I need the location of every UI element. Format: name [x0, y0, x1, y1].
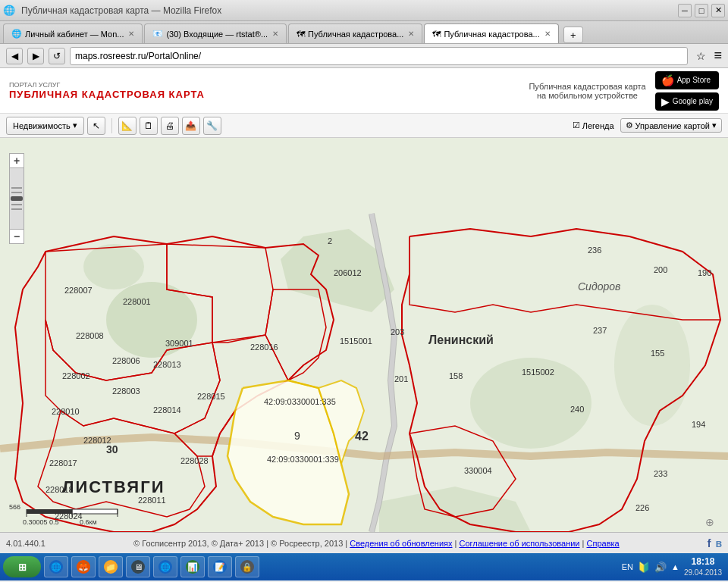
agreement-link[interactable]: Соглашение об использовании	[459, 539, 579, 548]
social-vk-icon[interactable]: в	[715, 537, 722, 549]
back-button[interactable]: ◀	[6, 48, 23, 64]
status-bar-right: f в	[708, 537, 722, 549]
app-store-button[interactable]: 🍎 App Store	[655, 71, 719, 89]
taskbar-item-8[interactable]: 🔒	[235, 556, 259, 577]
reload-button[interactable]: ↺	[49, 48, 65, 64]
manage-arrow-icon: ▾	[712, 120, 717, 130]
zoom-in-button[interactable]: +	[9, 153, 24, 168]
taskbar-icon-2: 🦊	[77, 560, 90, 574]
status-bar-center: © Госписентр 2013, © Дата+ 2013 | © Роср…	[52, 539, 701, 548]
app-store-label: App Store	[677, 76, 711, 84]
address-bar-row: ◀ ▶ ↺ ☆ ≡	[0, 44, 728, 68]
tab-3[interactable]: 🗺 Публичная кадастрова... ✕	[288, 23, 422, 43]
tray-volume-icon[interactable]: 🔊	[654, 562, 667, 573]
zoom-tick	[11, 208, 22, 210]
portal-top-label: ПОРТАЛ УСЛУГ	[9, 81, 205, 89]
tab-2-icon: 📧	[152, 29, 163, 39]
map-area[interactable]: ⊕ + − 228007 228001 309001 228016 228008…	[0, 138, 728, 532]
tool-btn-4[interactable]: 🖨	[161, 117, 179, 135]
portal-right: Публичная кадастровая карта на мобильном…	[529, 71, 719, 111]
help-link[interactable]: Справка	[587, 539, 620, 548]
updates-link[interactable]: Сведения об обновлениях	[350, 539, 452, 548]
taskbar-item-3[interactable]: 📁	[99, 556, 123, 577]
dropdown-arrow-icon: ▾	[73, 120, 77, 130]
clock-time: 18:18	[684, 556, 722, 568]
start-icon: ⊞	[18, 562, 27, 573]
manage-icon: ⚙	[626, 120, 633, 130]
browser-icon: 🌐	[3, 5, 15, 16]
google-play-button[interactable]: ▶ Google play	[655, 92, 719, 111]
start-button[interactable]: ⊞	[3, 556, 41, 577]
taskbar-icon-1: 🌐	[49, 560, 63, 574]
taskbar-item-2[interactable]: 🦊	[71, 556, 96, 577]
tab-2[interactable]: 📧 (30) Входящие — rtstat®... ✕	[144, 23, 287, 43]
taskbar: ⊞ 🌐 🦊 📁 🖥 🌐 📊 📝 🔒	[0, 553, 728, 580]
forward-button[interactable]: ▶	[27, 48, 44, 64]
tab-1-close[interactable]: ✕	[128, 30, 134, 38]
social-fb-icon[interactable]: f	[708, 537, 711, 549]
zoom-indicator	[11, 196, 23, 201]
manage-label: Управление картой	[635, 121, 710, 130]
bookmark-icon[interactable]: ☆	[692, 48, 709, 64]
taskbar-item-7[interactable]: 📝	[208, 556, 232, 577]
zoom-tick	[11, 204, 22, 205]
property-dropdown[interactable]: Недвижимость ▾	[6, 117, 84, 135]
tool-btn-6[interactable]: 🔧	[203, 117, 221, 135]
tab-4-close[interactable]: ✕	[544, 30, 551, 38]
browser-title: Публичная кадастровая карта — Mozilla Fi…	[21, 5, 221, 16]
address-input[interactable]	[70, 47, 688, 65]
new-tab-button[interactable]: +	[563, 27, 583, 43]
clock-date: 29.04.2013	[684, 568, 722, 577]
portal-title: ПУБЛИЧНАЯ КАДАСТРОВАЯ КАРТА	[9, 89, 205, 100]
tab-4[interactable]: 🗺 Публичная кадастрова... ✕	[424, 23, 558, 43]
tab-2-close[interactable]: ✕	[272, 30, 278, 38]
svg-rect-0	[0, 138, 728, 532]
taskbar-item-6[interactable]: 📊	[180, 556, 205, 577]
tab-2-label: (30) Входящие — rtstat®...	[166, 30, 268, 39]
tray-area: EN 🔰 🔊 ▲ 18:18 29.04.2013	[622, 556, 725, 578]
taskbar-icon-4: 🖥	[131, 560, 145, 574]
sep1: |	[455, 539, 457, 548]
tab-1[interactable]: 🌐 Личный кабинет — Mon... ✕	[3, 23, 143, 43]
taskbar-item-1[interactable]: 🌐	[44, 556, 68, 577]
maximize-button[interactable]: □	[695, 4, 708, 17]
tab-3-close[interactable]: ✕	[408, 30, 414, 38]
minimize-button[interactable]: ─	[678, 4, 692, 17]
zoom-tick	[11, 192, 22, 193]
tool-btn-2[interactable]: 📐	[118, 117, 136, 135]
portal-logo: ПОРТАЛ УСЛУГ ПУБЛИЧНАЯ КАДАСТРОВАЯ КАРТА	[9, 81, 205, 100]
toolbar-sep-1	[111, 118, 112, 133]
svg-rect-8	[72, 509, 118, 514]
manage-map-button[interactable]: ⚙ Управление картой ▾	[620, 118, 722, 133]
zoom-controls: + −	[9, 153, 24, 244]
tab-4-label: Публичная кадастрова...	[444, 30, 539, 39]
taskbar-icon-3: 📁	[104, 560, 118, 574]
taskbar-icon-7: 📝	[213, 560, 227, 574]
tab-3-label: Публичная кадастрова...	[308, 30, 403, 39]
google-play-icon: ▶	[661, 95, 670, 108]
svg-point-6	[614, 305, 690, 426]
status-bar: 4.01.440.1 © Госписентр 2013, © Дата+ 20…	[0, 532, 728, 553]
svg-point-4	[470, 358, 592, 449]
taskbar-icon-6: 📊	[186, 560, 199, 574]
zoom-slider[interactable]	[9, 168, 24, 229]
taskbar-item-4[interactable]: 🖥	[126, 556, 150, 577]
taskbar-icon-8: 🔒	[240, 560, 254, 574]
tray-arrow-icon[interactable]: ▲	[671, 562, 679, 571]
apple-icon: 🍎	[661, 74, 674, 86]
map-toolbar: Недвижимость ▾ ↖ 📐 🗒 🖨 📤 🔧 ☑ Легенда ⚙ У…	[0, 114, 728, 138]
taskbar-item-5[interactable]: 🌐	[153, 556, 177, 577]
tool-btn-1[interactable]: ↖	[87, 117, 105, 135]
tool-btn-5[interactable]: 📤	[182, 117, 200, 135]
legend-checkbox-icon: ☑	[573, 120, 580, 130]
clock[interactable]: 18:18 29.04.2013	[684, 556, 722, 578]
menu-icon[interactable]: ≡	[714, 48, 722, 64]
close-button[interactable]: ✕	[711, 4, 725, 17]
tray-antivirus-icon: 🔰	[638, 562, 650, 573]
tab-1-label: Личный кабинет — Mon...	[25, 30, 124, 39]
legend-button[interactable]: ☑ Легенда	[573, 120, 614, 130]
zoom-out-button[interactable]: −	[9, 229, 24, 244]
tool-btn-3[interactable]: 🗒	[140, 117, 158, 135]
sep2: |	[582, 539, 585, 548]
lang-label[interactable]: EN	[622, 562, 633, 571]
